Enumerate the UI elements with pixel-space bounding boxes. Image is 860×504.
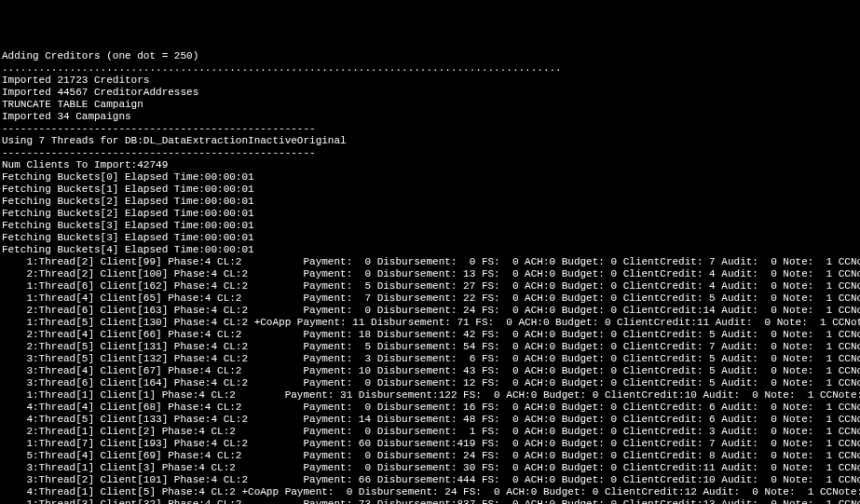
thread-row: 4:Thread[4] Client[68] Phase:4 CL:2 Paym…	[2, 402, 858, 414]
thread-row: 1:Thread[7] Client[193] Phase:4 CL:2 Pay…	[2, 438, 858, 450]
num-clients: Num Clients To Import:42749	[2, 159, 858, 171]
thread-row: 3:Thread[4] Client[67] Phase:4 CL:2 Paym…	[2, 365, 858, 377]
thread-row: 3:Thread[1] Client[3] Phase:4 CL:2 Payme…	[2, 462, 858, 474]
separator: ----------------------------------------…	[2, 123, 858, 135]
thread-row: 2:Thread[6] Client[163] Phase:4 CL:2 Pay…	[2, 305, 858, 317]
thread-row: 1:Thread[1] Client[1] Phase:4 CL:2 Payme…	[2, 389, 858, 402]
bucket-line: Fetching Buckets[3] Elapsed Time:00:00:0…	[2, 220, 858, 232]
bucket-line: Fetching Buckets[2] Elapsed Time:00:00:0…	[2, 208, 858, 220]
thread-row: 1:Thread[4] Client[65] Phase:4 CL:2 Paym…	[2, 293, 858, 305]
thread-row: 3:Thread[2] Client[101] Phase:4 CL:2 Pay…	[2, 474, 858, 486]
thread-row: 1:Thread[6] Client[162] Phase:4 CL:2 Pay…	[2, 280, 858, 293]
bucket-line: Fetching Buckets[0] Elapsed Time:00:00:0…	[2, 171, 858, 184]
bucket-line: Fetching Buckets[4] Elapsed Time:00:00:0…	[2, 244, 858, 256]
imported-addresses: Imported 44567 CreditorAddresses	[2, 87, 858, 99]
threads-info: Using 7 Threads for DB:DL_DataExtraction…	[2, 135, 858, 147]
thread-row: 2:Thread[5] Client[131] Phase:4 CL:2 Pay…	[2, 341, 858, 353]
thread-row: 2:Thread[4] Client[66] Phase:4 CL:2 Paym…	[2, 329, 858, 341]
imported-creditors: Imported 21723 Creditors	[2, 75, 858, 87]
bucket-line: Fetching Buckets[1] Elapsed Time:00:00:0…	[2, 184, 858, 196]
truncate-line: TRUNCATE TABLE Campaign	[2, 99, 858, 111]
bucket-line: Fetching Buckets[2] Elapsed Time:00:00:0…	[2, 196, 858, 208]
thread-row: 3:Thread[5] Client[132] Phase:4 CL:2 Pay…	[2, 353, 858, 365]
progress-dots: ........................................…	[2, 62, 858, 75]
bucket-line: Fetching Buckets[3] Elapsed Time:00:00:0…	[2, 232, 858, 244]
header-title: Adding Creditors (one dot = 250)	[2, 50, 858, 62]
thread-row: 4:Thread[1] Client[5] Phase:4 CL:2 +CoAp…	[2, 486, 858, 498]
console-output: Adding Creditors (one dot = 250)........…	[2, 50, 858, 504]
thread-row: 4:Thread[5] Client[133] Phase:4 CL:2 Pay…	[2, 414, 858, 426]
thread-row: 1:Thread[5] Client[130] Phase:4 CL:2 +Co…	[2, 317, 858, 329]
imported-campaigns: Imported 34 Campaigns	[2, 111, 858, 123]
thread-row: 1:Thread[2] Client[99] Phase:4 CL:2 Paym…	[2, 256, 858, 268]
thread-row: 3:Thread[6] Client[164] Phase:4 CL:2 Pay…	[2, 377, 858, 389]
thread-row: 5:Thread[4] Client[69] Phase:4 CL:2 Paym…	[2, 450, 858, 462]
thread-row: 1:Thread[3] Client[32] Phase:4 CL:2 Paym…	[2, 498, 858, 504]
separator: ----------------------------------------…	[2, 147, 858, 159]
thread-row: 2:Thread[2] Client[100] Phase:4 CL:2 Pay…	[2, 268, 858, 280]
thread-row: 2:Thread[1] Client[2] Phase:4 CL:2 Payme…	[2, 426, 858, 438]
